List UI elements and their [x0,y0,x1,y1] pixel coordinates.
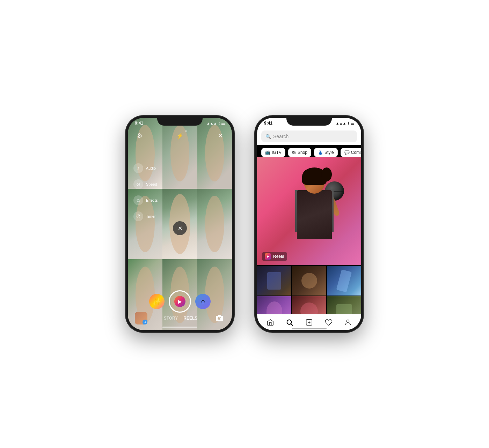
svg-point-5 [347,320,349,322]
wifi-icon-right: ⌇ [348,121,349,125]
grid-cell-bl [128,259,162,330]
hero-figure [268,164,361,265]
time-right: 9:41 [264,121,272,126]
grid-cell-tr [197,118,232,189]
svg-point-0 [287,320,292,324]
cat-style-label: Style [324,150,334,155]
igtv-icon: 📺 [265,150,270,155]
status-icons-left: ▲▲▲ ⌇ ▬ [206,121,225,125]
explore-header: 🔍 Search [257,128,361,145]
screen-right: 9:41 ▲▲▲ ⌇ ▬ 🔍 Search 📺 IGTV [257,118,361,330]
screen-left: 9:41 ▲▲▲ ⌇ ▬ ⚙ ⚡ × ✕ [128,118,232,330]
home-indicator-right [292,328,327,329]
wifi-icon-left: ⌇ [218,121,220,125]
category-row: 📺 IGTV 🛍 Shop 👗 Style 💬 Comics [257,145,361,157]
explore-grid [257,265,361,314]
battery-icon-left: ▬ [221,121,225,125]
nav-home[interactable] [264,316,277,329]
cat-comics-label: Comics [351,150,361,155]
search-bar[interactable]: 🔍 Search [261,130,357,142]
grid-thumb-6[interactable] [327,296,361,314]
nav-activity[interactable] [322,316,335,329]
cat-shop-label: Shop [298,150,307,155]
style-icon: 👗 [318,150,323,155]
nav-search[interactable] [283,316,296,329]
right-phone: 9:41 ▲▲▲ ⌇ ▬ 🔍 Search 📺 IGTV [255,116,363,332]
grid-cell-br [197,259,232,330]
explore-screen: 9:41 ▲▲▲ ⌇ ▬ 🔍 Search 📺 IGTV [257,118,361,330]
grid-thumb-2[interactable] [292,266,326,296]
hero-torso [297,190,332,239]
grid-thumb-1[interactable] [257,266,291,296]
svg-line-1 [291,324,293,326]
notch [157,116,203,126]
nav-profile[interactable] [342,316,354,329]
hero-body [286,171,342,265]
cat-comics[interactable]: 💬 Comics [341,148,361,157]
camera-grid [128,118,232,330]
reels-badge: ▶ Reels [262,252,287,261]
time-left: 9:41 [135,121,143,126]
grid-cell-center [162,189,197,260]
cat-igtv-label: IGTV [272,150,282,155]
grid-thumb-5[interactable] [292,296,326,314]
status-icons-right: ▲▲▲ ⌇ ▬ [336,121,354,125]
grid-cell-tl [128,118,162,189]
grid-cell-ml [128,189,162,260]
left-phone: 9:41 ▲▲▲ ⌇ ▬ ⚙ ⚡ × ✕ [126,116,234,332]
search-icon: 🔍 [265,134,271,139]
explore-content: ▶ Reels [257,157,361,314]
grid-thumb-3[interactable] [327,266,361,296]
battery-icon-right: ▬ [351,121,354,125]
cat-igtv[interactable]: 📺 IGTV [261,148,285,157]
grid-thumb-4[interactable] [257,296,291,314]
shop-icon: 🛍 [292,150,296,155]
notch-right [286,116,332,126]
nav-add[interactable] [303,316,315,329]
cat-style[interactable]: 👗 Style [314,148,338,157]
signal-icon-right: ▲▲▲ [336,121,346,125]
search-placeholder: Search [273,134,289,139]
cat-shop[interactable]: 🛍 Shop [288,148,311,157]
hero-hair [302,167,327,185]
reels-badge-label: Reels [273,254,284,259]
grid-cell-mr [197,189,232,260]
grid-cell-bc [162,259,197,330]
comics-icon: 💬 [344,150,350,155]
grid-cell-tc [162,118,197,189]
reels-badge-icon: ▶ [265,253,271,260]
signal-icon-left: ▲▲▲ [206,121,217,125]
hero-reel[interactable]: ▶ Reels [257,157,361,265]
